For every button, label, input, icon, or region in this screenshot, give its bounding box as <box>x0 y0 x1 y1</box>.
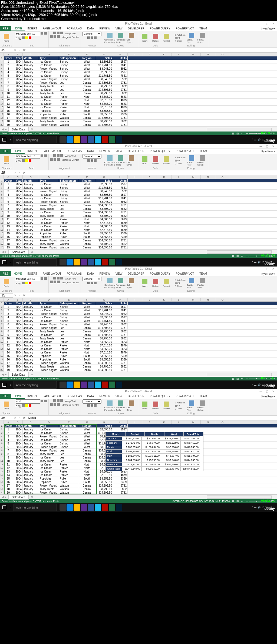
cell-region[interactable]: South <box>79 235 95 238</box>
cell-order[interactable]: 16 <box>4 358 13 361</box>
font-name-select[interactable] <box>16 399 32 404</box>
pivot-cell[interactable]: $ 194,148.00 <box>122 449 141 454</box>
close-button[interactable]: ✕ <box>271 267 276 271</box>
font-color-icon[interactable] <box>29 36 31 39</box>
tray-chevron-icon[interactable]: ^ <box>252 383 253 386</box>
cell-type[interactable]: Frozen Yogurt <box>39 484 59 487</box>
cell-region[interactable]: West <box>79 193 95 196</box>
cell-sales[interactable]: $14,596.50 <box>95 123 113 126</box>
col-header-H[interactable]: H <box>113 420 128 424</box>
task-view-icon[interactable] <box>60 504 66 511</box>
cell-order[interactable]: 19 <box>4 246 13 249</box>
ribbon-tab-view[interactable]: VIEW <box>113 271 125 276</box>
row-number[interactable]: 18 <box>0 484 4 487</box>
row-number[interactable]: 13 <box>0 466 4 470</box>
cell-type[interactable]: Ice Cream <box>39 305 59 308</box>
cell-month[interactable]: January <box>23 95 39 98</box>
ribbon-tab-team[interactable]: TEAM <box>197 271 210 276</box>
excel-icon[interactable] <box>109 136 115 143</box>
cell-units[interactable]: 9731 <box>113 88 128 91</box>
cortana-search[interactable]: Ask me anything <box>14 504 57 511</box>
underline-button[interactable]: U <box>19 405 21 407</box>
cell-order[interactable]: 8 <box>4 207 13 210</box>
cell-units[interactable]: 1597 <box>113 70 128 74</box>
cell-month[interactable]: January <box>23 309 39 312</box>
view-normal-icon[interactable]: ▦ <box>232 499 234 503</box>
cell-order[interactable]: 1 <box>4 428 13 431</box>
cell-order[interactable]: 7 <box>4 204 13 207</box>
row-number[interactable]: 5 <box>0 438 4 441</box>
col-header-M[interactable]: M <box>186 420 201 424</box>
cell-order[interactable]: 13 <box>4 470 13 473</box>
cell-order[interactable]: 2 <box>4 431 13 434</box>
cell-units[interactable]: 9731 <box>113 484 128 487</box>
cell-units[interactable]: 1597 <box>113 316 128 319</box>
increase-font-icon[interactable] <box>41 32 43 35</box>
row-number[interactable]: 1 <box>0 56 4 60</box>
col-header-M[interactable]: M <box>186 298 201 301</box>
align-right-icon[interactable] <box>57 158 60 161</box>
cell-type[interactable]: Frozen Yogurt <box>39 368 59 372</box>
header-sales[interactable]: Sales <box>95 424 113 427</box>
cell-region[interactable]: West <box>79 431 95 434</box>
cell-month[interactable]: January <box>23 88 39 91</box>
cell-type[interactable]: Frozen Yogurt <box>39 190 59 193</box>
tray-chevron-icon[interactable]: ^ <box>252 138 253 141</box>
row-number[interactable]: 17 <box>0 235 4 238</box>
user-name[interactable]: Kyle Pew ▾ <box>262 395 277 398</box>
wrap-text-button[interactable]: Wrap Text <box>65 155 76 157</box>
view-normal-icon[interactable]: ▦ <box>232 132 234 135</box>
cell-month[interactable]: January <box>23 67 39 70</box>
align-right-icon[interactable] <box>57 281 60 283</box>
cell-month[interactable]: January <box>23 193 39 196</box>
cell-salesperson[interactable]: Parker <box>59 102 79 105</box>
pivot-row-label[interactable]: May <box>106 454 122 458</box>
cell-units[interactable]: 4879 <box>113 106 128 109</box>
cell-region[interactable]: South <box>79 232 95 235</box>
cell-type[interactable]: Tasty Treats <box>39 120 59 123</box>
header-units[interactable]: Units <box>113 56 128 60</box>
horizontal-scrollbar[interactable] <box>207 128 272 131</box>
bold-button[interactable]: B <box>16 405 18 407</box>
decrease-font-icon[interactable] <box>44 277 47 280</box>
name-box[interactable] <box>0 293 13 298</box>
delete-cells-button[interactable]: Delete <box>151 279 160 287</box>
format-table-button[interactable]: Format as Table <box>116 400 126 411</box>
header-salesperson[interactable]: Salesperson <box>59 56 79 60</box>
cell-type[interactable]: Popsicles <box>39 109 59 112</box>
cell-order[interactable]: 13 <box>4 347 13 350</box>
col-header-F[interactable]: F <box>79 420 95 424</box>
cell-sales[interactable]: $3,553.50 <box>95 232 113 235</box>
cell-order[interactable]: 3 <box>4 67 13 70</box>
cell-sales[interactable]: $14,596.50 <box>95 368 113 372</box>
header-order[interactable]: Order # <box>4 302 13 305</box>
cell-year[interactable]: 2004 <box>13 438 23 441</box>
cell-year[interactable]: 2004 <box>13 106 23 109</box>
cell-region[interactable]: Central <box>79 85 95 88</box>
maximize-button[interactable]: ▢ <box>264 267 270 271</box>
cell-month[interactable]: January <box>23 242 39 245</box>
cell-salesperson[interactable]: Watson <box>59 368 79 372</box>
cell-units[interactable]: 9731 <box>113 211 128 214</box>
cell-year[interactable]: 2004 <box>13 92 23 95</box>
cell-sales[interactable]: $3,553.50 <box>95 358 113 361</box>
cell-order[interactable]: 3 <box>4 312 13 315</box>
align-bot-icon[interactable] <box>60 399 63 402</box>
pivot-cell[interactable]: $ 344,703.00 <box>180 458 200 462</box>
cell-region[interactable]: Central <box>79 120 95 123</box>
cell-order[interactable]: 10 <box>4 92 13 95</box>
cell-salesperson[interactable]: Pullen <box>59 480 79 484</box>
cell-salesperson[interactable]: Parker <box>59 347 79 350</box>
cell-year[interactable]: 2004 <box>13 207 23 210</box>
row-number[interactable]: 6 <box>0 442 4 445</box>
cell-sales[interactable]: $7,318.50 <box>95 228 113 231</box>
cell-order[interactable]: 10 <box>4 214 13 217</box>
ribbon-tab-power-query[interactable]: POWER QUERY <box>147 394 173 399</box>
cell-month[interactable]: January <box>23 197 39 200</box>
cell-year[interactable]: 2004 <box>13 445 23 449</box>
row-number[interactable]: 3 <box>0 431 4 434</box>
cell-styles-button[interactable]: Cell Styles <box>127 400 136 411</box>
pivot-cell[interactable]: $ 108,864.00 <box>141 445 161 449</box>
cell-order[interactable]: 6 <box>4 445 13 449</box>
cell-region[interactable]: South <box>79 113 95 116</box>
